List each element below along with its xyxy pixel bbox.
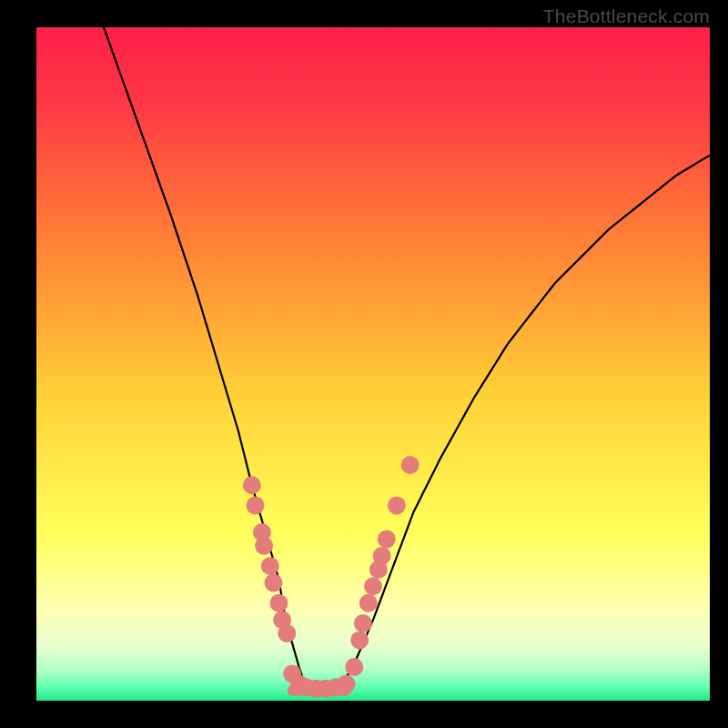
data-point — [264, 574, 282, 592]
data-point — [337, 675, 355, 693]
data-point — [247, 496, 265, 514]
data-point — [350, 631, 369, 649]
data-point — [269, 594, 288, 612]
data-point — [278, 624, 296, 642]
data-point — [243, 476, 261, 494]
data-point — [255, 537, 273, 555]
watermark-text: TheBottleneck.com — [543, 5, 710, 27]
data-point — [388, 496, 406, 514]
data-point — [401, 456, 420, 474]
data-point — [378, 530, 396, 548]
data-point — [364, 577, 382, 595]
data-point — [261, 557, 279, 575]
chart-svg — [36, 27, 710, 701]
data-point — [345, 658, 363, 676]
chart-frame: TheBottleneck.com — [0, 0, 728, 728]
data-point — [373, 547, 391, 565]
data-point — [354, 614, 372, 632]
data-point — [359, 594, 378, 612]
plot-area — [36, 27, 710, 701]
